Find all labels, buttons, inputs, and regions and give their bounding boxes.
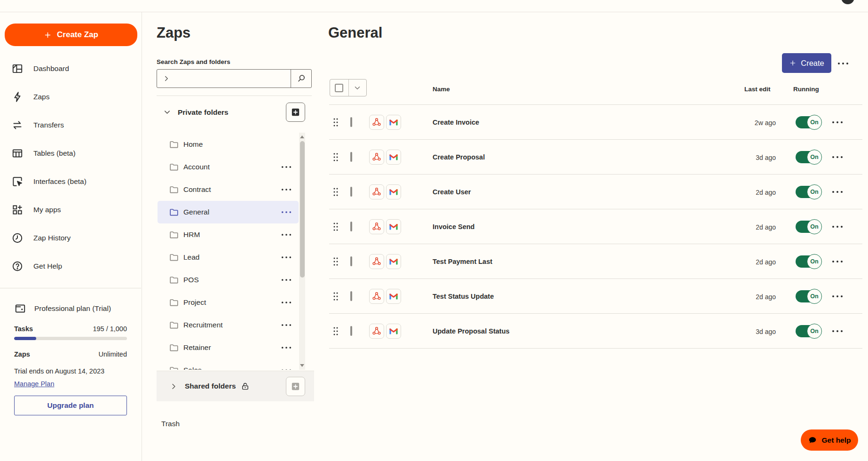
zoho-invoice-icon xyxy=(369,219,384,234)
zap-last-edit: 2d ago xyxy=(724,223,776,231)
zap-on-toggle[interactable]: On xyxy=(796,255,821,268)
main-content: General Create Name Last edit Running xyxy=(314,12,868,461)
zap-row: Test Status Update 2d ago On xyxy=(329,279,862,314)
folder-menu-button[interactable] xyxy=(834,59,852,68)
row-menu-button[interactable] xyxy=(830,294,844,298)
trash-link[interactable]: Trash xyxy=(161,420,180,428)
row-menu-button[interactable] xyxy=(830,225,844,229)
sidebar-item-get-help[interactable]: Get Help xyxy=(0,252,141,280)
folder-item-general[interactable]: General xyxy=(158,201,299,223)
zap-on-toggle[interactable]: On xyxy=(796,186,821,198)
zap-on-toggle[interactable]: On xyxy=(796,116,821,128)
folder-menu-button[interactable] xyxy=(281,165,292,169)
zap-name-link[interactable]: Test Status Update xyxy=(433,293,494,300)
row-menu-button[interactable] xyxy=(830,260,844,263)
folder-menu-button[interactable] xyxy=(281,346,292,350)
folder-menu-button[interactable] xyxy=(281,301,292,304)
create-zap-button[interactable]: Create Zap xyxy=(5,24,137,46)
zap-row: Create User 2d ago On xyxy=(329,175,862,209)
folder-menu-button[interactable] xyxy=(281,210,292,214)
scrollbar-thumb[interactable] xyxy=(300,141,305,278)
drag-handle-icon[interactable] xyxy=(333,118,339,127)
zap-name-link[interactable]: Update Proposal Status xyxy=(433,327,510,335)
zaps-table: Create Invoice 2w ago On Create Proposal… xyxy=(329,104,862,349)
sidebar-item-tables-beta[interactable]: Tables (beta) xyxy=(0,139,141,167)
folder-icon xyxy=(169,342,179,353)
private-folders-header[interactable]: Private folders xyxy=(163,102,229,122)
row-checkbox[interactable] xyxy=(350,223,352,231)
folder-icon xyxy=(169,252,179,262)
folder-item-lead[interactable]: Lead xyxy=(158,246,299,269)
get-help-button[interactable]: Get help xyxy=(801,429,858,451)
zap-name-link[interactable]: Create User xyxy=(433,188,471,196)
select-all-checkbox[interactable] xyxy=(330,79,348,96)
row-menu-button[interactable] xyxy=(830,190,844,194)
folder-item-home[interactable]: Home xyxy=(158,133,299,156)
column-header-name: Name xyxy=(433,86,450,93)
sidebar-item-my-apps[interactable]: My apps xyxy=(0,196,141,224)
drag-handle-icon[interactable] xyxy=(333,292,339,301)
sidebar-item-dashboard[interactable]: Dashboard xyxy=(0,55,141,83)
sidebar-item-zap-history[interactable]: Zap History xyxy=(0,224,141,252)
sidebar-item-zaps[interactable]: Zaps xyxy=(0,83,141,111)
folder-item-recruitment[interactable]: Recruitment xyxy=(158,314,299,336)
folder-menu-button[interactable] xyxy=(281,368,292,370)
scroll-down-arrow-icon[interactable] xyxy=(299,362,305,369)
folder-menu-button[interactable] xyxy=(281,323,292,327)
folder-icon xyxy=(169,139,179,150)
user-avatar[interactable] xyxy=(841,0,854,4)
row-menu-button[interactable] xyxy=(830,120,844,124)
drag-handle-icon[interactable] xyxy=(333,326,339,336)
zap-name-link[interactable]: Create Proposal xyxy=(433,153,485,161)
folder-item-hrm[interactable]: HRM xyxy=(158,223,299,246)
row-checkbox[interactable] xyxy=(350,257,352,266)
shared-folders-header[interactable]: Shared folders xyxy=(157,371,314,401)
drag-handle-icon[interactable] xyxy=(333,257,339,266)
folder-item-sales[interactable]: Sales xyxy=(158,359,299,370)
drag-handle-icon[interactable] xyxy=(333,222,339,231)
zap-name-link[interactable]: Test Payment Last xyxy=(433,258,492,265)
folder-menu-button[interactable] xyxy=(281,188,292,191)
row-checkbox[interactable] xyxy=(350,188,352,196)
row-checkbox[interactable] xyxy=(350,153,352,161)
folder-menu-button[interactable] xyxy=(281,278,292,282)
toggle-state-label: On xyxy=(810,258,818,265)
drag-handle-icon[interactable] xyxy=(333,152,339,162)
folder-label: Account xyxy=(183,163,210,171)
row-checkbox[interactable] xyxy=(350,292,352,301)
sidebar-item-transfers[interactable]: Transfers xyxy=(0,111,141,139)
zap-name-link[interactable]: Invoice Send xyxy=(433,223,474,230)
sidebar-item-label: Get Help xyxy=(33,262,62,270)
upgrade-plan-button[interactable]: Upgrade plan xyxy=(14,396,127,415)
folder-item-project[interactable]: Project xyxy=(158,291,299,314)
folder-item-retainer[interactable]: Retainer xyxy=(158,336,299,359)
folder-item-contract[interactable]: Contract xyxy=(158,178,299,201)
folders-scrollbar[interactable] xyxy=(299,133,305,370)
row-checkbox[interactable] xyxy=(350,118,352,127)
row-menu-button[interactable] xyxy=(830,329,844,333)
manage-plan-link[interactable]: Manage Plan xyxy=(14,380,54,388)
folder-icon xyxy=(169,275,179,285)
create-button[interactable]: Create xyxy=(782,53,831,73)
folder-item-pos[interactable]: POS xyxy=(158,269,299,291)
folder-label: Project xyxy=(183,298,206,307)
select-all-dropdown[interactable] xyxy=(348,79,366,96)
zap-on-toggle[interactable]: On xyxy=(796,325,821,337)
row-menu-button[interactable] xyxy=(830,155,844,159)
zap-name-link[interactable]: Create Invoice xyxy=(433,119,479,126)
search-button[interactable] xyxy=(291,70,311,87)
folder-menu-button[interactable] xyxy=(281,233,292,237)
search-input[interactable] xyxy=(171,70,291,87)
row-checkbox[interactable] xyxy=(350,327,352,335)
drag-handle-icon[interactable] xyxy=(333,187,339,197)
folder-menu-button[interactable] xyxy=(281,255,292,259)
add-shared-folder-button[interactable] xyxy=(286,377,305,396)
add-private-folder-button[interactable] xyxy=(286,103,305,122)
zap-on-toggle[interactable]: On xyxy=(796,290,821,302)
folder-item-account[interactable]: Account xyxy=(158,156,299,178)
sidebar-item-interfaces-beta[interactable]: Interfaces (beta) xyxy=(0,167,141,196)
toggle-state-label: On xyxy=(810,328,818,334)
zap-on-toggle[interactable]: On xyxy=(796,151,821,163)
zap-on-toggle[interactable]: On xyxy=(796,221,821,233)
scroll-up-arrow-icon[interactable] xyxy=(299,134,305,140)
